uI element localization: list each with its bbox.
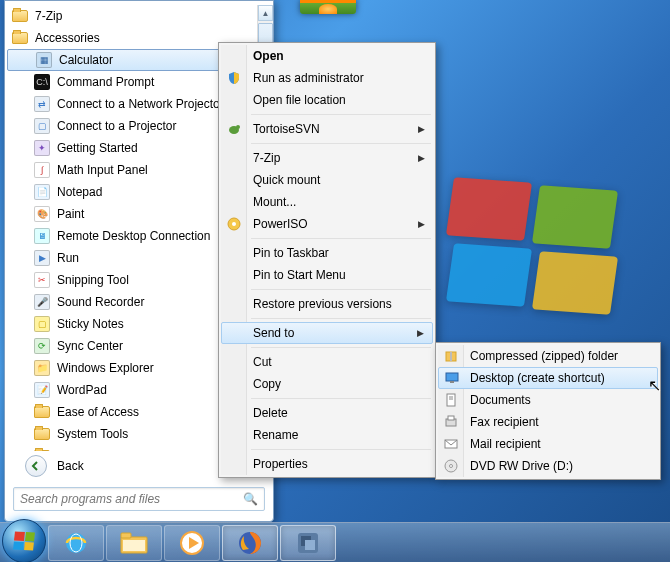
context-menu-item[interactable]: Cut — [221, 351, 433, 373]
svg-point-1 — [236, 125, 240, 129]
context-menu-item[interactable]: TortoiseSVN▶ — [221, 118, 433, 140]
search-icon: 🔍 — [243, 492, 258, 506]
folder-icon — [33, 403, 51, 421]
sendto-menu-item[interactable]: Desktop (create shortcut) — [438, 367, 658, 389]
context-menu-item[interactable]: Properties — [221, 453, 433, 475]
context-menu-item[interactable]: Copy — [221, 373, 433, 395]
zip-icon — [443, 348, 459, 364]
vmware-icon — [295, 530, 321, 556]
sendto-menu-item[interactable]: DVD RW Drive (D:) — [438, 455, 658, 477]
sndrec-icon: 🎤 — [33, 293, 51, 311]
menu-separator — [251, 114, 431, 115]
submenu-arrow-icon: ▶ — [418, 219, 425, 229]
menu-item-label: Pin to Start Menu — [253, 268, 346, 282]
sendto-menu-item[interactable]: Fax recipient — [438, 411, 658, 433]
svg-point-15 — [450, 465, 453, 468]
taskbar-ie-button[interactable] — [48, 525, 104, 561]
taskbar — [0, 522, 670, 562]
menu-item-label: DVD RW Drive (D:) — [470, 459, 573, 473]
sendto-menu-item[interactable]: Mail recipient — [438, 433, 658, 455]
windows-flag-icon — [13, 531, 35, 550]
item-label: Accessories — [35, 31, 100, 45]
item-label: Paint — [57, 207, 84, 221]
sendto-menu-item[interactable]: Compressed (zipped) folder — [438, 345, 658, 367]
menu-item-label: Cut — [253, 355, 272, 369]
folder-icon — [11, 7, 29, 25]
context-menu-item[interactable]: Pin to Start Menu — [221, 264, 433, 286]
item-label: Sound Recorder — [57, 295, 144, 309]
item-label: Connect to a Projector — [57, 119, 176, 133]
item-label: Remote Desktop Connection — [57, 229, 210, 243]
back-button[interactable] — [25, 455, 47, 477]
proj-icon: ▢ — [33, 117, 51, 135]
context-menu-item[interactable]: PowerISO▶ — [221, 213, 433, 235]
item-label: Ease of Access — [57, 405, 139, 419]
svg-rect-12 — [448, 416, 454, 420]
item-label: Run — [57, 251, 79, 265]
svg-rect-8 — [447, 394, 455, 406]
poweriso-icon — [226, 216, 242, 232]
wordpad-icon: 📝 — [33, 381, 51, 399]
context-menu-item[interactable]: Open file location — [221, 89, 433, 111]
math-icon: ∫ — [33, 161, 51, 179]
menu-item-label: Desktop (create shortcut) — [470, 371, 605, 385]
search-placeholder: Search programs and files — [20, 492, 160, 506]
item-label: Tablet PC — [57, 449, 109, 451]
submenu-arrow-icon: ▶ — [417, 328, 424, 338]
context-menu-item[interactable]: Pin to Taskbar — [221, 242, 433, 264]
taskbar-explorer-button[interactable] — [106, 525, 162, 561]
menu-item-label: Restore previous versions — [253, 297, 392, 311]
calc-icon: ▦ — [35, 51, 53, 69]
mail-icon — [443, 436, 459, 452]
svg-rect-25 — [305, 540, 315, 550]
program-folder-item[interactable]: 7-Zip — [5, 5, 273, 27]
item-label: Snipping Tool — [57, 273, 129, 287]
rdc-icon: 🖥 — [33, 227, 51, 245]
notepad-icon: 📄 — [33, 183, 51, 201]
desktop-icon — [444, 370, 460, 386]
run-icon: ▶ — [33, 249, 51, 267]
folder-icon — [33, 447, 51, 451]
menu-item-label: Copy — [253, 377, 281, 391]
svg-rect-19 — [121, 533, 131, 538]
context-menu-item[interactable]: 7-Zip▶ — [221, 147, 433, 169]
context-menu-item[interactable]: Mount... — [221, 191, 433, 213]
context-menu-item[interactable]: Delete — [221, 402, 433, 424]
context-menu-item[interactable]: Open — [221, 45, 433, 67]
submenu-arrow-icon: ▶ — [418, 153, 425, 163]
item-label: Connect to a Network Projector — [57, 97, 224, 111]
firefox-icon — [237, 530, 263, 556]
start-button[interactable] — [2, 519, 46, 563]
docs-icon — [443, 392, 459, 408]
shield-icon — [226, 70, 242, 86]
menu-item-label: Mail recipient — [470, 437, 541, 451]
menu-separator — [251, 238, 431, 239]
context-menu-item[interactable]: Run as administrator — [221, 67, 433, 89]
explorer-folder-icon — [120, 532, 148, 554]
taskbar-vmware-button[interactable] — [280, 525, 336, 561]
context-menu: OpenRun as administratorOpen file locati… — [218, 42, 436, 478]
sync-icon: ⟳ — [33, 337, 51, 355]
menu-item-label: Send to — [253, 326, 294, 340]
svg-point-3 — [232, 222, 236, 226]
taskbar-wmp-button[interactable] — [164, 525, 220, 561]
back-label[interactable]: Back — [57, 459, 84, 473]
search-input[interactable]: Search programs and files 🔍 — [13, 487, 265, 511]
taskbar-firefox-button[interactable] — [222, 525, 278, 561]
item-label: Notepad — [57, 185, 102, 199]
scroll-up-button[interactable]: ▲ — [258, 5, 273, 21]
item-label: 7-Zip — [35, 9, 62, 23]
context-menu-item[interactable]: Quick mount — [221, 169, 433, 191]
menu-item-label: Quick mount — [253, 173, 320, 187]
context-menu-item[interactable]: Rename — [221, 424, 433, 446]
context-menu-item[interactable]: Restore previous versions — [221, 293, 433, 315]
gs-icon: ✦ — [33, 139, 51, 157]
submenu-arrow-icon: ▶ — [418, 124, 425, 134]
menu-item-label: TortoiseSVN — [253, 122, 320, 136]
sendto-menu-item[interactable]: Documents — [438, 389, 658, 411]
context-menu-item[interactable]: Send to▶ — [221, 322, 433, 344]
sendto-submenu: Compressed (zipped) folderDesktop (creat… — [435, 342, 661, 480]
menu-item-label: Properties — [253, 457, 308, 471]
explorer-icon: 📁 — [33, 359, 51, 377]
menu-separator — [251, 398, 431, 399]
